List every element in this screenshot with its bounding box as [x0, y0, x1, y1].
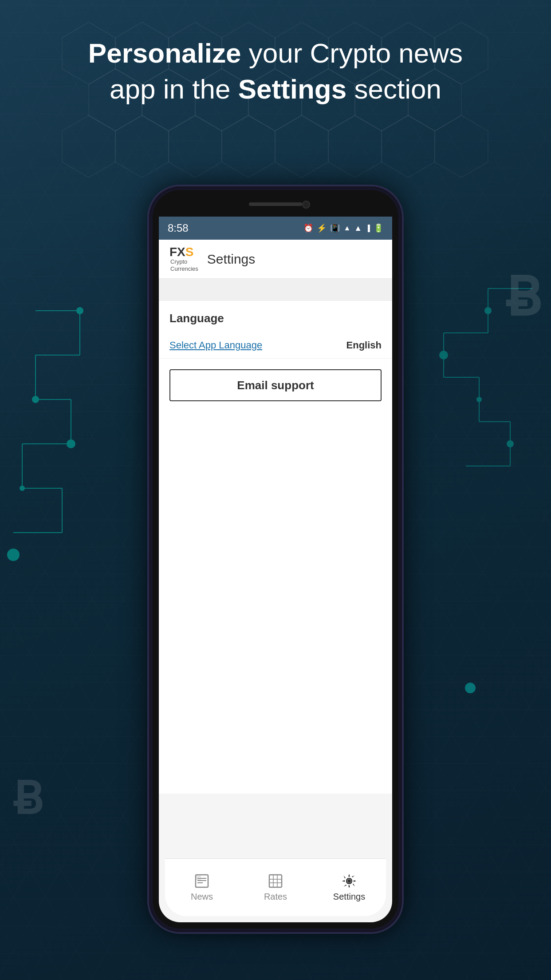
- svg-point-11: [76, 307, 83, 314]
- news-icon: [194, 873, 210, 889]
- svg-marker-51: [382, 115, 435, 178]
- promo-plain-2: app in the: [110, 74, 230, 104]
- svg-marker-52: [435, 115, 488, 178]
- language-section-header: Language: [159, 301, 392, 332]
- content-area: Language Select App Language English Ema…: [159, 301, 392, 412]
- screen-content: FXS Crypto Currencies Settings L: [159, 240, 392, 922]
- page-title: Settings: [207, 252, 255, 267]
- svg-marker-47: [169, 115, 222, 178]
- svg-point-25: [484, 307, 492, 314]
- email-support-container: Email support: [159, 359, 392, 412]
- svg-rect-58: [269, 875, 282, 887]
- svg-point-29: [465, 683, 476, 693]
- phone-camera: [302, 201, 310, 209]
- section-divider: [159, 279, 392, 301]
- svg-marker-46: [115, 115, 169, 178]
- network-icon: ▐: [366, 225, 370, 232]
- logo-sub-line1: Crypto: [170, 258, 198, 265]
- svg-rect-57: [196, 875, 201, 880]
- svg-marker-48: [222, 115, 275, 178]
- logo-s: S: [185, 245, 194, 259]
- status-time: 8:58: [168, 222, 189, 234]
- empty-content-area: [159, 412, 392, 794]
- rates-icon: [268, 873, 283, 889]
- phone-speaker: [249, 202, 302, 206]
- promo-text: Personalize your Crypto news app in the …: [0, 36, 551, 107]
- svg-marker-45: [62, 115, 115, 178]
- app-logo: FXS Crypto Currencies: [169, 246, 198, 272]
- status-icons: ⏰ ⚡ 📳 ▲ ▲ ▐ 🔋: [303, 223, 383, 233]
- nav-label-settings: Settings: [333, 892, 365, 902]
- nav-tab-news[interactable]: News: [165, 859, 239, 916]
- svg-point-13: [67, 439, 75, 448]
- promo-bold-settings: Settings: [238, 74, 347, 104]
- phone-inner: 8:58 ⏰ ⚡ 📳 ▲ ▲ ▐ 🔋: [153, 190, 398, 929]
- svg-point-64: [347, 879, 351, 883]
- btc-decoration-left: Ƀ: [13, 773, 44, 825]
- svg-point-14: [20, 486, 25, 491]
- bottom-nav: News Rates: [165, 858, 386, 916]
- phone-screen: 8:58 ⏰ ⚡ 📳 ▲ ▲ ▐ 🔋: [159, 217, 392, 922]
- btc-decoration-right: Ƀ: [506, 266, 542, 328]
- nav-tab-settings[interactable]: Settings: [312, 859, 386, 916]
- phone-frame: 8:58 ⏰ ⚡ 📳 ▲ ▲ ▐ 🔋: [149, 186, 402, 932]
- settings-icon: [341, 873, 357, 889]
- status-bar: 8:58 ⏰ ⚡ 📳 ▲ ▲ ▐ 🔋: [159, 217, 392, 240]
- svg-point-28: [507, 440, 514, 447]
- logo-text: FXS: [169, 246, 193, 258]
- nav-tab-rates[interactable]: Rates: [239, 859, 312, 916]
- logo-subtitle: Crypto Currencies: [170, 258, 198, 272]
- promo-bold-personalize: Personalize: [88, 38, 241, 68]
- signal-icon: ▲: [343, 224, 350, 232]
- svg-point-12: [32, 396, 39, 403]
- bluetooth-icon: ⚡: [317, 223, 327, 233]
- language-setting-value: English: [346, 340, 382, 351]
- language-setting-row[interactable]: Select App Language English: [159, 332, 392, 359]
- svg-point-26: [439, 351, 448, 360]
- svg-marker-50: [328, 115, 382, 178]
- language-setting-label[interactable]: Select App Language: [169, 340, 262, 351]
- vibrate-icon: 📳: [330, 223, 340, 233]
- svg-point-15: [7, 549, 20, 561]
- email-support-button[interactable]: Email support: [169, 369, 382, 401]
- alarm-icon: ⏰: [303, 223, 313, 233]
- promo-plain-1: your Crypto news: [249, 38, 463, 68]
- logo-sub-line2: Currencies: [170, 265, 198, 273]
- promo-section: section: [354, 74, 441, 104]
- svg-marker-49: [275, 115, 328, 178]
- nav-label-news: News: [191, 892, 213, 902]
- wifi-icon: ▲: [354, 224, 362, 233]
- app-header: FXS Crypto Currencies Settings: [159, 240, 392, 279]
- svg-point-27: [476, 397, 482, 402]
- battery-icon: 🔋: [374, 223, 383, 233]
- nav-label-rates: Rates: [264, 892, 287, 902]
